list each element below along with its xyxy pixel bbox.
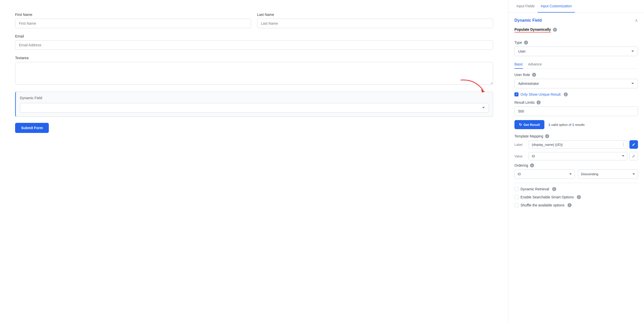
section-header: Dynamic Field ∧ xyxy=(514,18,638,23)
ordering-direction-select[interactable]: Descending Ascending xyxy=(578,169,638,179)
user-role-label: User Role i xyxy=(514,73,638,77)
last-name-input[interactable] xyxy=(257,19,493,28)
dynamic-retrieval-row: Dynamic Retrieval i xyxy=(514,187,638,191)
template-mapping-label: Template Mapping i xyxy=(514,134,638,138)
unique-result-info-icon[interactable]: i xyxy=(564,92,568,96)
ordering-label: Ordering i xyxy=(514,163,638,167)
first-name-group: First Name xyxy=(15,13,251,28)
ordering-field-select[interactable]: ID xyxy=(514,169,575,179)
value-select[interactable]: ID xyxy=(529,152,627,160)
type-label: Type i xyxy=(514,41,638,45)
populate-dynamically-label: Populate Dynamically xyxy=(514,27,551,32)
user-role-select[interactable]: Administrator xyxy=(514,79,638,88)
user-role-info-icon[interactable]: i xyxy=(532,73,536,77)
value-edit-button[interactable] xyxy=(629,152,638,160)
textarea-label: Textarea xyxy=(15,56,493,60)
ordering-row: ID Descending Ascending xyxy=(514,169,638,179)
label-edit-button[interactable] xyxy=(629,140,638,149)
email-input[interactable] xyxy=(15,40,493,50)
ordering-info-icon[interactable]: i xyxy=(530,163,534,167)
searchable-smart-label: Enable Searchable Smart Options xyxy=(520,195,574,199)
tab-input-customization[interactable]: Input Customization xyxy=(538,0,575,13)
first-name-label: First Name xyxy=(15,13,251,17)
pencil-icon xyxy=(632,143,635,146)
dynamic-field-container: Dynamic Field xyxy=(15,92,493,117)
label-key: Label xyxy=(514,143,527,147)
shuffle-checkbox[interactable] xyxy=(514,203,518,207)
searchable-smart-info-icon[interactable]: i xyxy=(577,195,581,199)
first-name-input[interactable] xyxy=(15,19,251,28)
get-result-row: ↻ Get Result 1 valid option of 1 results xyxy=(514,120,638,129)
populate-dynamically-section: Populate Dynamically i xyxy=(514,27,638,37)
submit-form-button[interactable]: Submit Form xyxy=(15,123,49,133)
dynamic-retrieval-info-icon[interactable]: i xyxy=(552,187,556,191)
name-row: First Name Last Name xyxy=(15,13,493,28)
result-count-2: 1 xyxy=(572,123,574,127)
email-label: Email xyxy=(15,34,493,38)
populate-info-icon[interactable]: i xyxy=(553,28,557,32)
label-dots-button[interactable]: ⋮ xyxy=(621,142,625,147)
get-result-button[interactable]: ↻ Get Result xyxy=(514,120,544,129)
result-count-1: 1 xyxy=(548,123,550,127)
dynamic-field-label: Dynamic Field xyxy=(20,96,489,100)
label-input-container: ⋮ xyxy=(529,140,627,149)
value-select-container: ID xyxy=(529,152,627,160)
searchable-smart-checkbox[interactable] xyxy=(514,195,518,199)
value-key: Value xyxy=(514,154,527,158)
value-mapping-row: Value ID xyxy=(514,152,638,160)
panel-tabs: Input Fields Input Customization xyxy=(508,0,644,13)
label-mapping-row: Label ⋮ xyxy=(514,140,638,149)
searchable-smart-row: Enable Searchable Smart Options i xyxy=(514,195,638,199)
type-select[interactable]: User xyxy=(514,47,638,56)
pencil-ghost-icon xyxy=(632,154,635,158)
email-group: Email xyxy=(15,34,493,50)
sub-tab-advance[interactable]: Advance xyxy=(528,60,542,69)
sub-tab-basic[interactable]: Basic xyxy=(514,60,523,69)
shuffle-row: Shuffle the available options i xyxy=(514,203,638,207)
refresh-icon: ↻ xyxy=(519,123,522,127)
result-limits-info-icon[interactable]: i xyxy=(537,100,541,104)
result-limits-input[interactable] xyxy=(514,106,638,116)
last-name-label: Last Name xyxy=(257,13,493,17)
type-info-icon[interactable]: i xyxy=(524,41,528,45)
last-name-group: Last Name xyxy=(257,13,493,28)
unique-result-checkbox[interactable] xyxy=(514,92,518,96)
label-input[interactable] xyxy=(529,140,627,149)
textarea-group: Textarea xyxy=(15,56,493,86)
dynamic-retrieval-checkbox[interactable] xyxy=(514,187,518,191)
sub-tabs: Basic Advance xyxy=(514,60,638,69)
divider xyxy=(514,183,638,183)
collapse-button[interactable]: ∧ xyxy=(635,18,638,23)
unique-result-label: Only Show Unique Result xyxy=(520,92,561,96)
result-limits-label: Result Limits i xyxy=(514,100,638,104)
form-area: First Name Last Name Email Textarea Dyna… xyxy=(0,0,508,324)
settings-panel: Input Fields Input Customization Dynamic… xyxy=(508,0,644,324)
shuffle-label: Shuffle the available options xyxy=(520,203,565,207)
shuffle-info-icon[interactable]: i xyxy=(568,203,572,207)
result-info: 1 valid option of 1 results xyxy=(548,123,585,127)
panel-content: Dynamic Field ∧ Populate Dynamically i T… xyxy=(508,13,644,324)
dynamic-field-select[interactable] xyxy=(20,103,489,113)
tab-input-fields[interactable]: Input Fields xyxy=(513,0,538,13)
section-title: Dynamic Field xyxy=(514,18,542,23)
dynamic-retrieval-label: Dynamic Retrieval xyxy=(520,187,549,191)
textarea-input[interactable] xyxy=(15,62,493,85)
template-mapping-info-icon[interactable]: i xyxy=(545,134,549,138)
unique-result-row: Only Show Unique Result i xyxy=(514,92,638,96)
